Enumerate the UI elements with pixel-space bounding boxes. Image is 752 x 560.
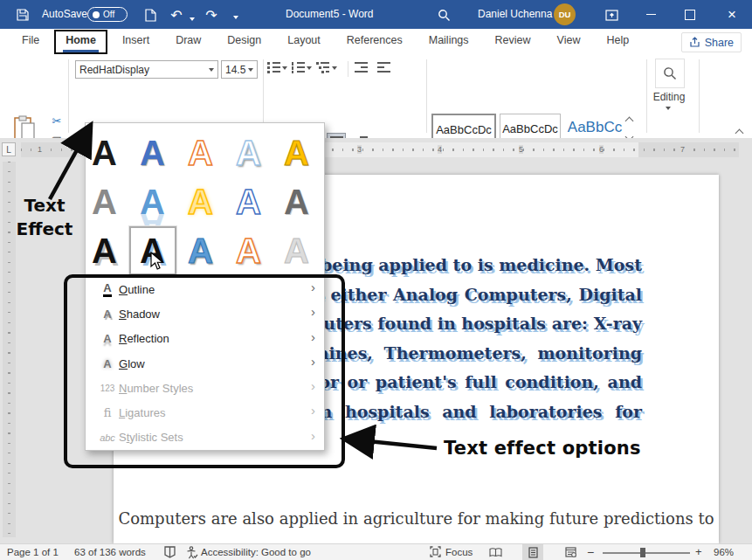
text-effect-gray-bevel[interactable]: A <box>275 179 319 225</box>
new-document-icon[interactable] <box>141 6 159 24</box>
zoom-level[interactable]: 96% <box>714 547 734 557</box>
tab-review[interactable]: Review <box>482 29 544 54</box>
window-title: Document5 - Word <box>286 8 408 20</box>
glow-icon: A <box>96 358 119 370</box>
autosave-state: Off <box>103 10 114 19</box>
menu-item-label: Outline <box>119 283 155 296</box>
document-plain-line: Computers are also applied in agricultur… <box>114 509 719 528</box>
menu-item-label: Shadow <box>119 308 160 321</box>
text-effect-outline-orange[interactable]: A <box>179 130 223 176</box>
zoom-in-button[interactable]: + <box>695 545 702 558</box>
menu-item-glow[interactable]: AGlow› <box>86 351 324 376</box>
find-button[interactable] <box>655 59 685 88</box>
ruler-number: 7 <box>680 145 685 154</box>
menu-item-stylistic-sets[interactable]: abcStylistic Sets› <box>86 425 324 450</box>
proofing-icon[interactable] <box>164 546 176 560</box>
editing-caret-icon[interactable] <box>666 107 671 110</box>
menu-item-outline[interactable]: AOutline› <box>86 277 324 301</box>
accessibility-icon[interactable] <box>186 546 198 560</box>
numbered-list-button[interactable] <box>291 61 305 74</box>
word-window: AutoSave Off ↶ ↷ Document5 - Word Daniel… <box>0 0 752 560</box>
cut-button[interactable]: ✂ <box>49 114 65 128</box>
menu-item-number-styles[interactable]: 123Number Styles› <box>86 376 324 400</box>
ribbon-tab-bar: FileHomeInsertDrawDesignLayoutReferences… <box>0 29 752 54</box>
minimize-button[interactable] <box>633 0 668 29</box>
ruler-number: 5 <box>519 145 523 154</box>
zoom-out-button[interactable]: − <box>587 545 594 559</box>
quick-access-more-icon[interactable] <box>227 9 245 26</box>
tab-view[interactable]: View <box>544 29 594 54</box>
word-count[interactable]: 63 of 136 words <box>74 547 146 557</box>
avatar[interactable]: DU <box>554 3 576 25</box>
ruler-number: 1 <box>38 145 42 154</box>
menu-item-label: Ligatures <box>119 406 165 419</box>
autosave-toggle[interactable]: Off <box>87 7 128 22</box>
search-icon[interactable] <box>435 6 452 24</box>
shadow-icon: A <box>96 308 119 320</box>
tab-insert[interactable]: Insert <box>109 29 162 54</box>
editing-label[interactable]: Editing <box>647 91 691 103</box>
collapse-ribbon-icon[interactable] <box>732 128 746 138</box>
save-icon[interactable] <box>14 6 31 24</box>
font-name-select[interactable]: RedHatDisplay <box>75 60 218 79</box>
decrease-indent-button[interactable] <box>353 61 369 74</box>
ruler-number: 3 <box>357 145 362 154</box>
stylistic-sets-icon: abc <box>96 432 119 443</box>
text-effect-gold-outline-glow[interactable]: A <box>179 179 223 225</box>
maximize-button[interactable] <box>673 0 707 29</box>
styles-scroll-up-icon[interactable] <box>622 115 636 126</box>
tab-help[interactable]: Help <box>593 29 642 54</box>
bullet-list-caret-icon[interactable] <box>282 66 287 70</box>
menu-item-reflection[interactable]: AReflection› <box>86 327 324 351</box>
text-effect-outline-lightblue-shadow[interactable]: A <box>227 130 271 176</box>
text-effect-outline-blue[interactable]: A <box>227 179 271 225</box>
text-effect-fill-gray[interactable]: A <box>83 179 127 225</box>
text-effect-blue-outline-shadow[interactable]: A <box>179 228 223 273</box>
outline-icon: A <box>96 282 119 297</box>
tab-layout[interactable]: Layout <box>274 29 334 54</box>
text-effect-black-gray-shadow[interactable]: A <box>83 228 127 273</box>
tab-selector[interactable]: L <box>2 142 16 156</box>
bullet-list-button[interactable] <box>266 61 280 74</box>
page-indicator[interactable]: Page 1 of 1 <box>7 547 59 557</box>
text-effect-plain-black[interactable]: A <box>83 130 127 176</box>
tab-file[interactable]: File <box>9 29 52 54</box>
undo-button[interactable]: ↶ <box>168 6 185 24</box>
multilevel-list-caret-icon[interactable] <box>332 66 337 70</box>
print-layout-button[interactable] <box>522 544 543 560</box>
multilevel-list-button[interactable] <box>315 61 329 74</box>
zoom-slider-track[interactable] <box>603 552 690 554</box>
text-effect-black-blue-shadow[interactable]: A <box>129 226 176 275</box>
redo-button[interactable]: ↷ <box>203 6 220 24</box>
text-effect-silver[interactable]: A <box>275 228 319 273</box>
text-effect-orange-outline-shadow[interactable]: A <box>227 228 271 273</box>
tab-references[interactable]: References <box>334 29 416 54</box>
tab-home[interactable]: Home <box>52 29 109 54</box>
zoom-slider-thumb[interactable] <box>640 548 645 557</box>
ribbon-display-options-icon[interactable] <box>603 6 620 24</box>
tab-design[interactable]: Design <box>214 29 274 54</box>
share-button[interactable]: Share <box>681 32 742 52</box>
font-size-value: 14.5 <box>225 64 245 76</box>
accessibility-status[interactable]: Accessibility: Good to go <box>201 547 311 557</box>
numbered-list-caret-icon[interactable] <box>307 66 312 70</box>
menu-item-ligatures[interactable]: fiLigatures› <box>86 400 324 425</box>
web-layout-button[interactable] <box>560 544 581 560</box>
user-name[interactable]: Daniel Uchenna <box>478 8 552 20</box>
text-effect-blue-reflection[interactable]: AA <box>131 179 175 225</box>
toggle-dot-icon <box>93 11 100 18</box>
tab-draw[interactable]: Draw <box>162 29 214 54</box>
tab-mailings[interactable]: Mailings <box>416 29 482 54</box>
text-effect-fill-blue[interactable]: A <box>131 130 175 176</box>
font-size-select[interactable]: 14.5 <box>221 60 258 79</box>
read-mode-button[interactable] <box>485 544 506 560</box>
close-button[interactable]: × <box>714 0 749 29</box>
increase-indent-button[interactable] <box>376 61 391 74</box>
undo-caret-icon[interactable] <box>183 10 201 28</box>
text-effect-fill-gold[interactable]: A <box>275 130 319 176</box>
effects-gallery: AAAAAAAAAAAAAAAA <box>80 128 331 275</box>
focus-icon[interactable] <box>430 546 441 559</box>
focus-label[interactable]: Focus <box>445 547 473 557</box>
menu-item-shadow[interactable]: AShadow› <box>86 301 324 326</box>
submenu-chevron-icon: › <box>311 329 315 344</box>
